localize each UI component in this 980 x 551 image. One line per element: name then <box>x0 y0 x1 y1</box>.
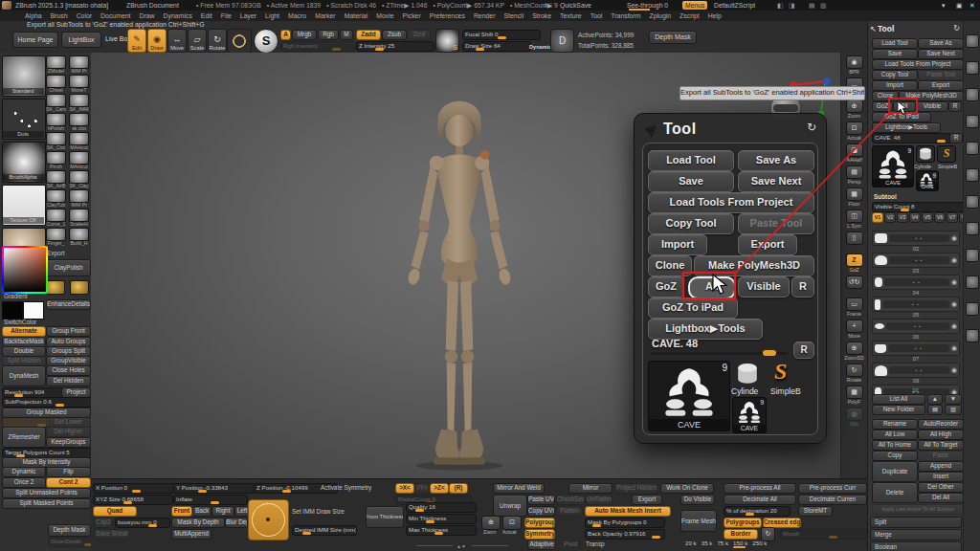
recent-brush[interactable]: SK_IMM <box>69 94 89 112</box>
active-tool-slider[interactable]: CAVE. 48 <box>872 133 952 143</box>
uv-export-button[interactable]: Export <box>632 495 662 505</box>
inflate-slider[interactable]: Inflate <box>173 495 248 505</box>
insert-button[interactable]: Insert <box>918 472 964 482</box>
goz-button[interactable]: GoZ <box>872 101 893 112</box>
rgb-intensity-slider[interactable]: Rgb Intensity <box>280 41 355 52</box>
minimize-icon[interactable]: ▾ <box>942 0 945 11</box>
menu-item[interactable]: Zplugin <box>649 11 671 21</box>
default-zscript-button[interactable]: DefaultZScript <box>714 0 755 11</box>
apply-last-action-button[interactable]: Apply Last Action To All Subtool <box>872 504 964 515</box>
recent-brush[interactable]: IMM Pr <box>69 55 89 74</box>
recent-brush[interactable]: sk clot <box>69 113 89 131</box>
shelf-tool-button[interactable]: ↻ Rotate <box>842 364 866 386</box>
tool-r-button[interactable]: R <box>793 342 814 359</box>
subtool-list-item[interactable]: 04 ▪ ▪ ◉ <box>872 290 960 312</box>
decimation-preset-button[interactable]: 75 k <box>717 540 728 546</box>
eye-visibility-icon[interactable]: ◉ <box>951 255 957 265</box>
zadd-button[interactable]: Zadd <box>356 30 381 40</box>
desired-imm-size-slider[interactable]: Desired IMM Size (mm) <box>292 525 357 536</box>
shelf-tool-button[interactable]: ◫ L.Sym <box>842 209 866 231</box>
shelf-tool-button[interactable]: ▯ <box>842 231 866 253</box>
all-to-home-button[interactable]: All To Home <box>872 440 918 451</box>
subtool-section-title[interactable]: Subtool <box>874 193 897 201</box>
bousyou-slider[interactable]: bousyou mm 0 <box>115 518 170 528</box>
mode-button[interactable]: ▱Scale <box>188 29 207 53</box>
home-page-button[interactable]: Home Page <box>12 32 58 48</box>
work-on-clone-button[interactable]: Work On Clone <box>660 483 714 494</box>
focal-shift-slider[interactable]: Focal Shift 0 <box>462 30 541 40</box>
load-tools-from-project-button[interactable]: Load Tools From Project <box>648 192 814 213</box>
menu-item[interactable]: Transform <box>611 11 640 21</box>
recent-brush[interactable]: SK_AirB <box>46 170 66 188</box>
recent-brush[interactable]: Chisel <box>46 75 66 93</box>
docked-palette-icon[interactable] <box>966 276 979 289</box>
goz-r-button[interactable]: R <box>948 101 962 112</box>
active-tool-slider[interactable] <box>650 352 788 355</box>
shelf-tool-button[interactable]: + Move <box>842 320 866 342</box>
save-button[interactable]: Save <box>872 49 918 59</box>
symmetry-radial-button[interactable]: (R) <box>449 483 468 494</box>
subprojection-slider[interactable]: SubProjection 0.6 <box>2 397 95 408</box>
docked-palette-icon[interactable] <box>966 302 979 316</box>
recent-brush[interactable]: Finger_ <box>46 228 66 246</box>
docked-palette-icon[interactable] <box>966 195 979 209</box>
menu-item[interactable]: Marker <box>315 11 335 21</box>
menu-item[interactable]: Layer <box>240 11 256 21</box>
close-holes-button[interactable]: Close Holes <box>46 365 91 376</box>
check-seams-button[interactable]: CheckSeams <box>556 495 585 505</box>
menu-item[interactable]: Light <box>265 11 279 21</box>
goz-to-ipad-button[interactable]: GoZ To iPad <box>872 112 931 122</box>
active-tool-thumbnail[interactable]: 9 CAVE <box>648 361 730 431</box>
symmetry-y-button[interactable]: >Y< <box>414 483 430 494</box>
duplicate-button[interactable]: Duplicate <box>872 461 918 482</box>
draw-size-slider[interactable]: Draw Size 64 <box>462 41 531 52</box>
frame-mesh-button[interactable]: Frame Mesh <box>680 510 717 532</box>
subtool-mini-controls[interactable]: ▪ ▪ <box>889 256 949 264</box>
make-polymesh3d-button[interactable]: Make PolyMesh3D <box>694 255 814 276</box>
m-button[interactable]: M <box>340 30 353 40</box>
recent-brush[interactable]: SK_Clay <box>69 170 89 188</box>
x-position-slider[interactable]: X Position 0 <box>93 483 175 494</box>
cylinder-tool-thumbnail[interactable] <box>734 363 761 386</box>
paste-subtool-button[interactable]: Paste <box>918 451 964 461</box>
recent-brush[interactable]: Build_H <box>69 228 89 246</box>
tray-divider-arrows[interactable]: ▲▼ <box>457 542 466 550</box>
menu-item[interactable]: Picker <box>403 11 421 21</box>
subtool-variant-tab[interactable]: V7 <box>947 212 958 223</box>
subtool-variant-tab[interactable]: V1 <box>872 212 883 223</box>
subtool-thumbnail[interactable] <box>875 277 882 287</box>
cylinder-tool-thumbnail[interactable] <box>916 145 935 163</box>
clone-button[interactable]: Clone <box>872 91 899 101</box>
clone-button[interactable]: Clone <box>648 255 692 276</box>
flip-button[interactable]: Flip <box>46 467 91 477</box>
save-button[interactable]: Save <box>648 171 734 192</box>
recent-brush[interactable]: SnakeH <box>69 209 89 227</box>
docked-palette-icon[interactable] <box>966 222 979 235</box>
menu-item[interactable]: Color <box>77 11 92 21</box>
polygroups-decimation-button[interactable]: Polygroups <box>724 518 762 528</box>
eye-visibility-icon[interactable]: ◉ <box>951 277 957 287</box>
import-button[interactable]: Import <box>872 80 918 91</box>
save-as-button[interactable]: Save As <box>738 150 814 171</box>
load-tool-button[interactable]: Load Tool <box>648 150 734 171</box>
enhance-details-button[interactable]: EnhanceDetails <box>46 299 91 310</box>
recent-brush[interactable]: IMM Pr <box>69 189 89 208</box>
recent-brush[interactable]: Curve_1 <box>46 209 66 227</box>
menu-item[interactable]: Stencil <box>503 11 523 21</box>
from-thickness-button[interactable]: From Thickness <box>366 506 404 528</box>
storemt-button[interactable]: StoreMT <box>798 506 833 517</box>
unwrap-button[interactable]: Unwrap <box>493 495 527 517</box>
subtool-list-item[interactable]: 06 ▪ ▪ ◉ <box>872 334 960 356</box>
all-low-button[interactable]: All Low <box>872 430 918 440</box>
shelf-tool-button[interactable]: ⊡ Actual <box>842 121 866 143</box>
folder-move-icon[interactable]: ▥ <box>945 405 962 415</box>
secondary-color-swatch[interactable] <box>23 301 44 320</box>
del-higher-button[interactable]: Del Higher <box>46 427 91 437</box>
lightbox-button[interactable]: LightBox <box>61 32 101 48</box>
eye-visibility-icon[interactable]: ◉ <box>951 233 957 243</box>
zoom-icon[interactable]: ⊕ <box>481 516 501 530</box>
gradient-label[interactable]: Gradient <box>4 293 28 300</box>
simple-brush-thumbnail[interactable]: S <box>774 359 787 385</box>
zsub-button[interactable]: Zsub <box>382 30 407 40</box>
menu-item[interactable]: Edit <box>201 11 212 21</box>
